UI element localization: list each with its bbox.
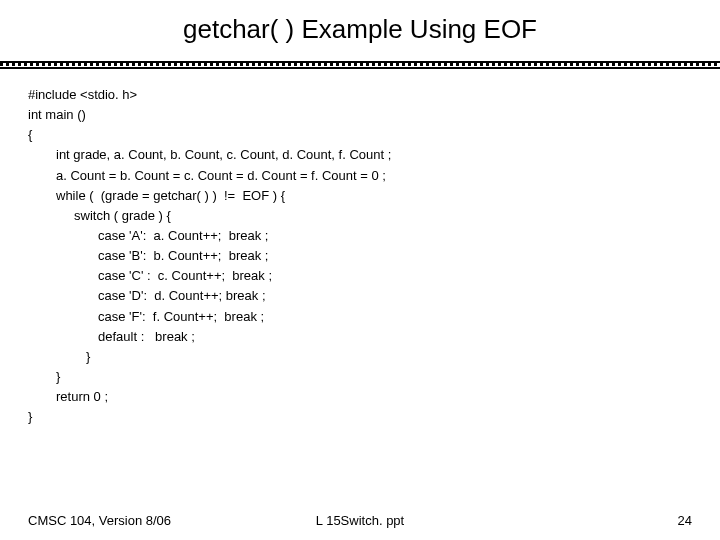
code-line: #include <stdio. h>: [28, 85, 692, 105]
code-line: case 'B': b. Count++; break ;: [28, 246, 692, 266]
code-line: int grade, a. Count, b. Count, c. Count,…: [28, 145, 692, 165]
code-line: }: [28, 347, 692, 367]
code-line: case 'A': a. Count++; break ;: [28, 226, 692, 246]
code-line: }: [28, 367, 692, 387]
title-divider: [0, 61, 720, 67]
code-line: {: [28, 125, 692, 145]
slide-title: getchar( ) Example Using EOF: [0, 0, 720, 55]
code-line: default : break ;: [28, 327, 692, 347]
footer-page-number: 24: [678, 513, 692, 528]
code-line: case 'D': d. Count++; break ;: [28, 286, 692, 306]
code-line: int main (): [28, 105, 692, 125]
slide-footer: CMSC 104, Version 8/06 L 15Switch. ppt 2…: [0, 513, 720, 528]
code-line: case 'F': f. Count++; break ;: [28, 307, 692, 327]
footer-left: CMSC 104, Version 8/06: [28, 513, 171, 528]
code-line: }: [28, 407, 692, 427]
code-line: switch ( grade ) {: [28, 206, 692, 226]
code-line: return 0 ;: [28, 387, 692, 407]
code-line: while ( (grade = getchar( ) ) != EOF ) {: [28, 186, 692, 206]
code-line: case 'C' : c. Count++; break ;: [28, 266, 692, 286]
code-line: a. Count = b. Count = c. Count = d. Coun…: [28, 166, 692, 186]
code-block: #include <stdio. h> int main () { int gr…: [0, 67, 720, 427]
footer-center: L 15Switch. ppt: [316, 513, 404, 528]
